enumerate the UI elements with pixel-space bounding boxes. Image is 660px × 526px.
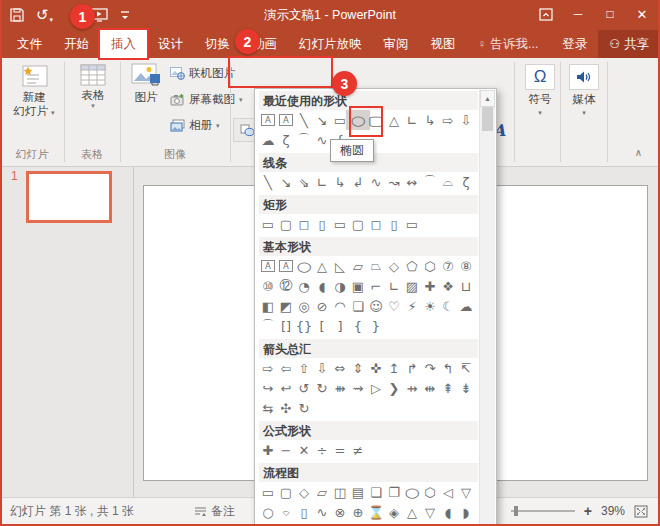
shape-cell[interactable]: ✚ (259, 440, 277, 460)
shape-cell[interactable]: ⇕ (349, 358, 367, 378)
shape-cell[interactable]: ⇹ (421, 378, 439, 398)
shape-cell[interactable]: ⇻ (331, 378, 349, 398)
shape-cell[interactable]: ⊗ (331, 502, 349, 522)
shape-cell[interactable]: ↝ (385, 172, 403, 192)
shape-cell[interactable]: A (277, 110, 295, 130)
tab-共享[interactable]: ⚇共享 (598, 30, 660, 58)
shape-cell[interactable]: ↳ (421, 110, 439, 130)
media-button[interactable]: 媒体 ▾ (566, 64, 602, 117)
minimize-button[interactable]: ─ (562, 0, 594, 28)
fit-slide-button[interactable] (634, 505, 648, 518)
shape-cell[interactable]: ◗ (457, 502, 475, 522)
online-pictures-button[interactable]: 联机图片 (170, 66, 235, 81)
shape-cell[interactable]: ↻ (295, 398, 313, 418)
shape-cell[interactable]: ∿ (313, 502, 331, 522)
shape-cell[interactable]: ▽ (457, 482, 475, 502)
shape-cell[interactable]: ⌔ (277, 502, 295, 522)
shape-cell[interactable]: ↱ (403, 358, 421, 378)
shape-cell[interactable]: ⌐ (367, 276, 385, 296)
shape-cell[interactable]: ❏ (367, 482, 385, 502)
notes-button[interactable]: 备注 (194, 503, 235, 520)
shape-cell[interactable]: ╲ (295, 110, 313, 130)
scrollbar-thumb[interactable] (482, 107, 493, 131)
new-slide-button[interactable]: 新建 幻灯片 ▾ (8, 62, 60, 118)
shape-cell[interactable]: ζ (277, 130, 295, 150)
zoom-slider[interactable] (511, 510, 575, 512)
shape-cell[interactable]: ⌒ (295, 130, 313, 150)
tab-视图[interactable]: 视图 (420, 30, 467, 58)
shape-cell[interactable]: ⇩ (457, 110, 475, 130)
shape-cell[interactable]: ↘ (277, 172, 295, 192)
shape-cell[interactable]: ○ (259, 522, 277, 526)
shape-cell[interactable]: ⚡ (403, 296, 421, 316)
shape-cell[interactable]: △ (313, 256, 331, 276)
shape-cell[interactable]: ☺ (367, 296, 385, 316)
shape-cell[interactable]: ◎ (295, 296, 313, 316)
shape-cell[interactable]: ✣ (277, 398, 295, 418)
shape-cell[interactable]: ζ (457, 172, 475, 192)
shape-cell[interactable]: ▢ (277, 214, 295, 234)
shape-cell[interactable]: ∿ (367, 172, 385, 192)
shape-cell[interactable]: ↰ (439, 358, 457, 378)
shape-cell[interactable]: ⌛ (367, 502, 385, 522)
shape-cell[interactable]: ♡ (385, 296, 403, 316)
shape-cell[interactable]: ∟ (403, 110, 421, 130)
shape-cell[interactable]: ↻ (313, 378, 331, 398)
shape-cell[interactable]: ▭ (331, 214, 349, 234)
shape-cell[interactable]: ❏ (349, 296, 367, 316)
shape-cell[interactable]: ↷ (421, 358, 439, 378)
shape-cell[interactable]: ✚ (421, 276, 439, 296)
screenshot-button[interactable]: 屏幕截图 ▾ (170, 92, 243, 107)
picture-button[interactable]: 图片 (126, 62, 166, 104)
shape-cell[interactable]: ◇ (295, 482, 313, 502)
shape-cell[interactable]: ⌒ (259, 316, 277, 336)
shape-cell[interactable]: ∟ (313, 172, 331, 192)
zoom-level[interactable]: 39% (601, 504, 625, 518)
shape-cell[interactable]: ⇸ (403, 378, 421, 398)
tab-切换[interactable]: 切换 (194, 30, 241, 58)
shape-cell[interactable]: ▷ (367, 378, 385, 398)
shape-cell[interactable]: ⇞ (439, 378, 457, 398)
collapse-ribbon-icon[interactable]: ∧ (635, 147, 642, 158)
tab-幻灯片放映[interactable]: 幻灯片放映 (288, 30, 373, 58)
shape-cell[interactable]: ◺ (331, 256, 349, 276)
shape-cell[interactable]: {} (295, 316, 313, 336)
shape-cell[interactable]: ↺ (295, 378, 313, 398)
shape-cell[interactable]: ⊕ (349, 502, 367, 522)
shape-cell[interactable]: ✕ (295, 440, 313, 460)
shape-cell[interactable]: ☾ (439, 296, 457, 316)
tab-设计[interactable]: 设计 (147, 30, 194, 58)
photo-album-button[interactable]: 相册 ▾ (170, 118, 220, 133)
slide-thumbnail[interactable] (26, 171, 112, 223)
shape-cell[interactable]: ⑫ (277, 276, 295, 296)
shape-cell[interactable]: ▭ (259, 214, 277, 234)
table-button[interactable]: 表格 ▾ (70, 62, 116, 110)
shape-cell[interactable]: ▢ (349, 214, 367, 234)
shape-cell[interactable]: △ (385, 110, 403, 130)
tab-开始[interactable]: 开始 (53, 30, 100, 58)
shape-cell[interactable]: ▯ (295, 502, 313, 522)
tab-插入[interactable]: 插入 (100, 30, 147, 58)
shape-cell[interactable]: ▯ (313, 214, 331, 234)
shape-cell[interactable]: ∟ (385, 276, 403, 296)
zoom-slider-handle[interactable] (514, 506, 518, 516)
shape-cell[interactable]: ✜ (367, 358, 385, 378)
shape-cell[interactable]: ◻ (367, 214, 385, 234)
shape-cell[interactable]: ▱ (313, 482, 331, 502)
shape-cell[interactable]: ▽ (421, 502, 439, 522)
shape-cell[interactable]: = (331, 440, 349, 460)
tab-告诉我...[interactable]: ♀告诉我... (467, 30, 550, 58)
shape-cell[interactable]: ▭ (277, 522, 295, 526)
tab-登录[interactable]: 登录 (551, 30, 598, 58)
shape-cell[interactable]: ◖ (313, 276, 331, 296)
scroll-up-icon[interactable]: ▲ (480, 90, 495, 107)
shape-cell[interactable]: ⬡ (421, 482, 439, 502)
shape-cell[interactable]: ◈ (385, 502, 403, 522)
ribbon-display-options-icon[interactable] (530, 0, 562, 28)
shape-cell[interactable]: ⌓ (439, 172, 457, 192)
shape-cell[interactable]: ⊘ (313, 296, 331, 316)
shape-cell[interactable]: ⊔ (457, 276, 475, 296)
shape-cell[interactable]: ⬡ (421, 256, 439, 276)
shape-cell[interactable]: − (277, 440, 295, 460)
shape-cell[interactable]: ◖ (439, 502, 457, 522)
